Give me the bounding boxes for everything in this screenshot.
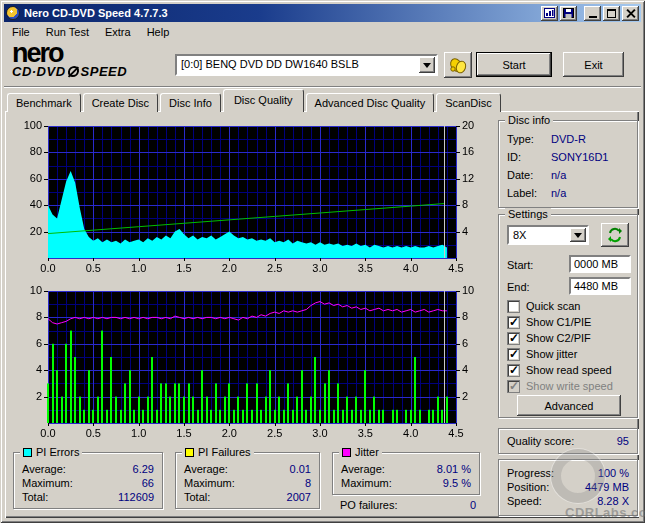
- pi-errors-panel: PI Errors Average:6.29 Maximum:66 Total:…: [13, 452, 163, 509]
- tab-disc-info[interactable]: Disc Info: [160, 93, 221, 112]
- start-button[interactable]: Start: [476, 52, 552, 77]
- checkbox-label: Show read speed: [526, 364, 612, 376]
- titlebar[interactable]: Nero CD-DVD Speed 4.7.7.3: [4, 4, 641, 22]
- speed-select-value: 8X: [513, 229, 526, 241]
- quality-score-value: 95: [617, 429, 629, 453]
- stat-value: 8.01 %: [437, 462, 471, 476]
- stat-label: Maximum:: [184, 476, 235, 490]
- pi-failures-panel: PI Failures Average:0.01 Maximum:8 Total…: [175, 452, 320, 509]
- position-label: Position:: [507, 480, 549, 494]
- tab-scandisc[interactable]: ScanDisc: [436, 93, 500, 112]
- checkbox-quick-scan[interactable]: Quick scan: [507, 299, 580, 313]
- chart-copy-icon: [544, 8, 555, 18]
- stat-value: 112609: [118, 490, 154, 504]
- nero-logo-text: nero: [12, 42, 170, 64]
- tab-disc-quality[interactable]: Disc Quality: [223, 89, 304, 112]
- jitter-legend: Jitter: [355, 446, 379, 458]
- minimize-button[interactable]: [584, 6, 601, 21]
- save-button[interactable]: [560, 6, 577, 21]
- speed-select-arrow[interactable]: [570, 228, 586, 242]
- drive-select[interactable]: [0:0] BENQ DVD DD DW1640 BSLB: [175, 54, 438, 76]
- stat-label: Maximum:: [341, 476, 392, 490]
- stat-value: 2007: [287, 490, 311, 504]
- checkbox-box[interactable]: [507, 364, 520, 377]
- jitter-swatch: [342, 448, 351, 457]
- stat-label: Total:: [184, 490, 210, 504]
- checkbox-box[interactable]: [507, 348, 520, 361]
- disc-icon: [67, 66, 80, 77]
- drive-select-arrow[interactable]: [419, 57, 435, 73]
- pi-failures-swatch: [185, 448, 194, 457]
- checkbox-label: Show jitter: [526, 348, 577, 360]
- checkbox-label: Quick scan: [526, 300, 580, 312]
- disc-info-label: ID:: [507, 149, 551, 165]
- eject-disc-button[interactable]: [444, 52, 472, 78]
- stat-value: 8: [305, 476, 311, 490]
- disc-info-label: Date:: [507, 167, 551, 183]
- nero-logo: nero CD·DVD SPEED: [12, 42, 170, 79]
- position-value: 4479 MB: [585, 480, 629, 494]
- settings-legend: Settings: [505, 208, 551, 220]
- pi-errors-chart: [8, 118, 490, 280]
- checkbox-show-write-speed: Show write speed: [507, 379, 613, 393]
- checkbox-label: Show C1/PIE: [526, 316, 591, 328]
- drive-select-value: [0:0] BENQ DVD DD DW1640 BSLB: [181, 58, 359, 70]
- checkbox-show-read-speed[interactable]: Show read speed: [507, 363, 612, 377]
- disc-info-value: n/a: [551, 169, 566, 181]
- toolbar-divider: [4, 86, 641, 88]
- close-button[interactable]: [622, 6, 639, 21]
- checkbox-show-c1-pie[interactable]: Show C1/PIE: [507, 315, 591, 329]
- progress-value: 100 %: [598, 466, 629, 480]
- checkbox-label: Show C2/PIF: [526, 332, 591, 344]
- pi-failures-chart: [8, 283, 490, 445]
- disc-info-value: n/a: [551, 187, 566, 199]
- checkbox-show-jitter[interactable]: Show jitter: [507, 347, 577, 361]
- checkbox-box[interactable]: [507, 332, 520, 345]
- end-label: End:: [507, 281, 530, 293]
- copy-chart-button[interactable]: [541, 6, 558, 21]
- refresh-icon: [607, 227, 623, 243]
- refresh-button[interactable]: [601, 223, 629, 247]
- chevron-down-icon: [423, 63, 431, 72]
- stat-label: Total:: [22, 490, 48, 504]
- stat-label: Average:: [22, 462, 66, 476]
- speed-value: 8.28 X: [597, 494, 629, 508]
- app-icon: [6, 6, 20, 20]
- tab-create-disc[interactable]: Create Disc: [83, 93, 158, 112]
- menu-extra[interactable]: Extra: [97, 24, 139, 40]
- quality-score-label: Quality score:: [507, 429, 574, 453]
- advanced-button[interactable]: Advanced: [517, 395, 621, 416]
- minimize-icon: [589, 16, 597, 18]
- progress-label: Progress:: [507, 466, 554, 480]
- speed-select[interactable]: 8X: [507, 225, 589, 245]
- maximize-button[interactable]: [603, 6, 620, 21]
- stat-value: 6.29: [133, 462, 154, 476]
- disc-info-value: DVD-R: [551, 133, 586, 145]
- disc-info-label: Label:: [507, 185, 551, 201]
- checkbox-box[interactable]: [507, 300, 520, 313]
- disc-info-panel: Disc info Type:DVD-R ID:SONY16D1 Date:n/…: [498, 120, 638, 208]
- po-failures-value: 0: [470, 499, 476, 511]
- quality-score-panel: Quality score: 95: [498, 428, 638, 454]
- stat-value: 9.5 %: [443, 476, 471, 490]
- start-field[interactable]: [569, 255, 631, 273]
- floppy-icon: [563, 8, 574, 18]
- disc-info-value: SONY16D1: [551, 151, 608, 163]
- tab-benchmark[interactable]: Benchmark: [7, 93, 81, 112]
- checkbox-box[interactable]: [507, 316, 520, 329]
- end-field[interactable]: [569, 277, 631, 295]
- tab-strip: Benchmark Create Disc Disc Info Disc Qua…: [7, 89, 503, 112]
- maximize-icon: [607, 9, 616, 18]
- stat-value: 66: [142, 476, 154, 490]
- app-window: Nero CD-DVD Speed 4.7.7.3 File Run Test …: [0, 0, 645, 523]
- progress-panel: Progress:100 % Position:4479 MB Speed:8.…: [498, 459, 638, 516]
- po-failures-label: PO failures:: [340, 499, 397, 511]
- pi-failures-legend: PI Failures: [198, 446, 251, 458]
- stat-value: 0.01: [290, 462, 311, 476]
- checkbox-show-c2-pif[interactable]: Show C2/PIF: [507, 331, 591, 345]
- exit-button[interactable]: Exit: [563, 52, 624, 77]
- menu-help[interactable]: Help: [139, 24, 178, 40]
- po-failures-row: PO failures: 0: [340, 499, 476, 511]
- tab-advanced-disc-quality[interactable]: Advanced Disc Quality: [306, 93, 435, 112]
- window-title: Nero CD-DVD Speed 4.7.7.3: [20, 7, 539, 19]
